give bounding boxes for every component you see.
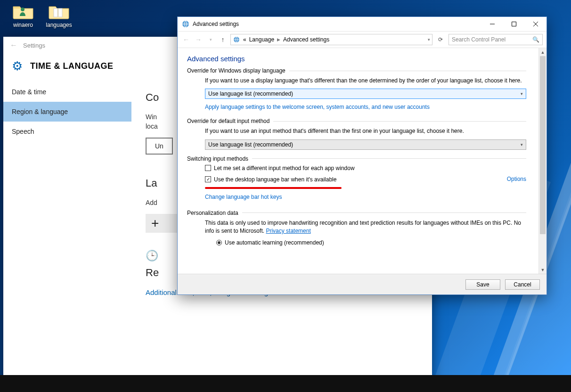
scroll-down-icon[interactable]: ▼ (539, 266, 547, 274)
nav-up-button[interactable]: ↑ (218, 36, 228, 43)
breadcrumb-advanced[interactable]: Advanced settings (283, 36, 329, 43)
taskbar[interactable] (0, 375, 571, 392)
section4-desc: This data is only used to improve handwr… (205, 219, 526, 236)
privacy-link[interactable]: Privacy statement (266, 228, 310, 234)
breadcrumb-language[interactable]: Language (249, 36, 274, 43)
checkbox-per-app-label: Let me set a different input method for … (214, 165, 355, 172)
svg-rect-2 (58, 8, 62, 17)
chevron-down-icon: ▾ (521, 91, 523, 96)
page-heading: Advanced settings (187, 55, 526, 63)
nav-region-language[interactable]: Region & language (3, 102, 131, 122)
chevron-down-icon[interactable]: ▾ (428, 37, 430, 42)
nav-date-time[interactable]: Date & time (3, 82, 131, 102)
checkbox-language-bar[interactable]: ✓ (205, 176, 211, 182)
chevron-down-icon: ▾ (521, 142, 523, 147)
clock-language-icon: 🕒 (146, 250, 158, 262)
desktop-icon-label: winaero (7, 22, 40, 28)
svg-rect-5 (512, 22, 516, 26)
folder-icon (48, 4, 70, 20)
refresh-button[interactable]: ⟳ (435, 36, 446, 43)
save-button[interactable]: Save (465, 279, 500, 290)
nav-back-button[interactable]: ← (181, 36, 191, 43)
section-switching: Switching input methods (187, 155, 248, 162)
chevron-right-icon: ▶ (277, 37, 280, 42)
maximize-button[interactable] (503, 17, 525, 31)
section1-desc: If you want to use a display language th… (205, 77, 526, 85)
display-language-dropdown[interactable]: Use language list (recommended) ▾ (205, 89, 526, 99)
radio-automatic-learning-label: Use automatic learning (recommended) (225, 239, 324, 246)
desktop-icon-languages[interactable]: languages (42, 4, 75, 28)
country-dropdown[interactable]: Un (146, 138, 173, 155)
desktop-icon-winaero[interactable]: winaero (7, 4, 40, 28)
minimize-button[interactable] (481, 17, 503, 31)
checkbox-language-bar-label: Use the desktop language bar when it's a… (214, 176, 336, 183)
section-personalization: Personalization data (187, 210, 238, 216)
scrollbar[interactable]: ▲ ▼ (538, 48, 547, 274)
nav-forward-button: → (194, 36, 203, 43)
dropdown-value: Use language list (recommended) (208, 90, 293, 97)
section-input-method: Override for default input method (187, 118, 269, 124)
search-placeholder: Search Control Panel (452, 36, 506, 43)
cp-title: Advanced settings (193, 21, 481, 27)
nav-recent-button[interactable]: ▾ (206, 37, 215, 42)
settings-nav: Date & time Region & language Speech (3, 82, 131, 385)
language-icon (181, 20, 190, 28)
nav-speech[interactable]: Speech (3, 122, 131, 141)
section2-desc: If you want to use an input method that'… (205, 127, 526, 135)
gear-icon: ⚙ (12, 59, 23, 74)
dropdown-value: Use language list (recommended) (208, 141, 293, 148)
breadcrumb[interactable]: « Language ▶ Advanced settings ▾ (230, 34, 432, 45)
close-button[interactable] (525, 17, 547, 31)
search-input[interactable]: Search Control Panel 🔍 (449, 34, 543, 45)
hotkeys-link[interactable]: Change language bar hot keys (205, 194, 282, 200)
highlight-underline (205, 187, 342, 189)
control-panel-window: Advanced settings ← → ▾ ↑ « Language ▶ A… (177, 16, 547, 295)
options-link[interactable]: Options (507, 176, 526, 182)
folder-icon (12, 4, 34, 20)
taskbar-item[interactable] (0, 375, 24, 392)
svg-point-0 (21, 8, 24, 11)
apply-language-link[interactable]: Apply language settings to the welcome s… (205, 104, 430, 110)
radio-automatic-learning[interactable] (216, 240, 222, 245)
breadcrumb-sep: « (243, 36, 246, 43)
section-display-language: Override for Windows display language (187, 67, 286, 74)
search-icon: 🔍 (532, 36, 539, 43)
language-icon (233, 36, 240, 43)
checkbox-per-app[interactable] (205, 165, 211, 171)
input-method-dropdown[interactable]: Use language list (recommended) ▾ (205, 139, 526, 150)
scroll-up-icon[interactable]: ▲ (539, 48, 547, 56)
back-arrow-icon[interactable]: ← (7, 41, 20, 49)
svg-rect-1 (54, 8, 57, 17)
settings-title: Settings (23, 42, 45, 49)
cancel-button[interactable]: Cancel (505, 279, 540, 290)
scroll-thumb[interactable] (540, 56, 546, 234)
settings-header: TIME & LANGUAGE (30, 61, 114, 71)
cp-titlebar[interactable]: Advanced settings (178, 17, 547, 31)
plus-icon: + (151, 219, 159, 228)
desktop-icon-label: languages (42, 22, 75, 28)
